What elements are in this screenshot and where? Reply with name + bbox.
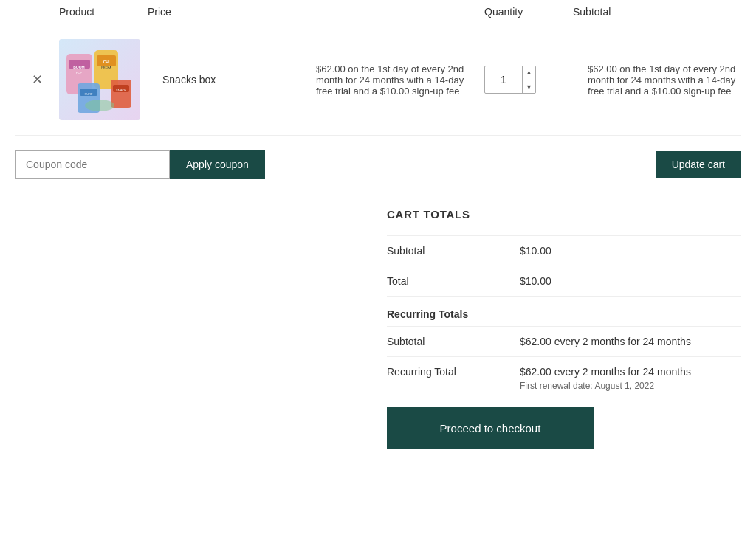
remove-item-button[interactable]: ✕ xyxy=(15,72,59,88)
recurring-total-value-col: $62.00 every 2 months for 24 months Firs… xyxy=(520,366,691,391)
svg-point-15 xyxy=(85,100,114,111)
totals-total-row: Total $10.00 xyxy=(387,266,741,296)
header-product: Product xyxy=(59,6,148,18)
cart-totals-box: CART TOTALS Subtotal $10.00 Total $10.00… xyxy=(387,208,741,449)
subtotal-label: Subtotal xyxy=(387,245,520,257)
coupon-code-input[interactable] xyxy=(15,150,170,179)
recurring-subtotal-label: Subtotal xyxy=(387,336,520,347)
totals-subtotal-row: Subtotal $10.00 xyxy=(387,235,741,266)
cart-item-row: ✕ BOOM POP xyxy=(15,24,741,136)
coupon-section: Apply coupon xyxy=(15,150,265,179)
quantity-spinners: ▲ ▼ xyxy=(522,66,535,94)
quantity-input[interactable] xyxy=(485,74,522,86)
apply-coupon-button[interactable]: Apply coupon xyxy=(170,150,265,179)
recurring-totals-label: Recurring Totals xyxy=(387,308,520,320)
product-price: $62.00 on the 1st day of every 2nd month… xyxy=(316,63,484,97)
recurring-total-label: Recurring Total xyxy=(387,366,520,378)
recurring-subtotal-value: $62.00 every 2 months for 24 months xyxy=(520,336,691,347)
recurring-subtotal-row: Subtotal $62.00 every 2 months for 24 mo… xyxy=(387,326,741,356)
header-price: Price xyxy=(148,6,316,18)
renewal-date: First renewal date: August 1, 2022 xyxy=(520,381,691,391)
header-subtotal: Subtotal xyxy=(573,6,741,18)
svg-rect-12 xyxy=(111,80,131,108)
quantity-input-wrapper[interactable]: ▲ ▼ xyxy=(484,66,536,94)
product-name: Snacks box xyxy=(148,74,316,86)
coupon-update-row: Apply coupon Update cart xyxy=(15,136,741,193)
cart-table-header: Product Price Quantity Subtotal xyxy=(15,0,741,24)
subtotal-value: $10.00 xyxy=(520,245,551,257)
header-quantity: Quantity xyxy=(484,6,573,18)
quantity-up-button[interactable]: ▲ xyxy=(523,66,535,80)
total-label: Total xyxy=(387,275,520,287)
product-subtotal: $62.00 on the 1st day of every 2nd month… xyxy=(573,63,741,97)
recurring-totals-header-row: Recurring Totals xyxy=(387,296,741,326)
product-image: BOOM POP CHI PRCKA SURF SNACK xyxy=(59,39,148,120)
svg-text:PRCKA: PRCKA xyxy=(101,66,111,69)
quantity-down-button[interactable]: ▼ xyxy=(523,80,535,94)
update-cart-button[interactable]: Update cart xyxy=(656,151,741,178)
svg-text:SURF: SURF xyxy=(85,92,93,96)
total-value: $10.00 xyxy=(520,275,551,287)
svg-text:BOOM: BOOM xyxy=(73,65,85,69)
snack-box-illustration: BOOM POP CHI PRCKA SURF SNACK xyxy=(59,39,140,120)
product-quantity: ▲ ▼ xyxy=(484,66,573,94)
svg-text:POP: POP xyxy=(76,71,83,74)
proceed-to-checkout-button[interactable]: Proceed to checkout xyxy=(387,407,594,449)
cart-totals-title: CART TOTALS xyxy=(387,208,741,221)
recurring-total-value: $62.00 every 2 months for 24 months xyxy=(520,366,691,378)
product-image-box: BOOM POP CHI PRCKA SURF SNACK xyxy=(59,39,140,120)
recurring-total-row: Recurring Total $62.00 every 2 months fo… xyxy=(387,356,741,400)
cart-container: Product Price Quantity Subtotal ✕ xyxy=(0,0,756,464)
svg-text:SNACK: SNACK xyxy=(116,89,126,92)
svg-text:CHI: CHI xyxy=(103,60,110,64)
cart-totals-section: CART TOTALS Subtotal $10.00 Total $10.00… xyxy=(15,193,741,464)
